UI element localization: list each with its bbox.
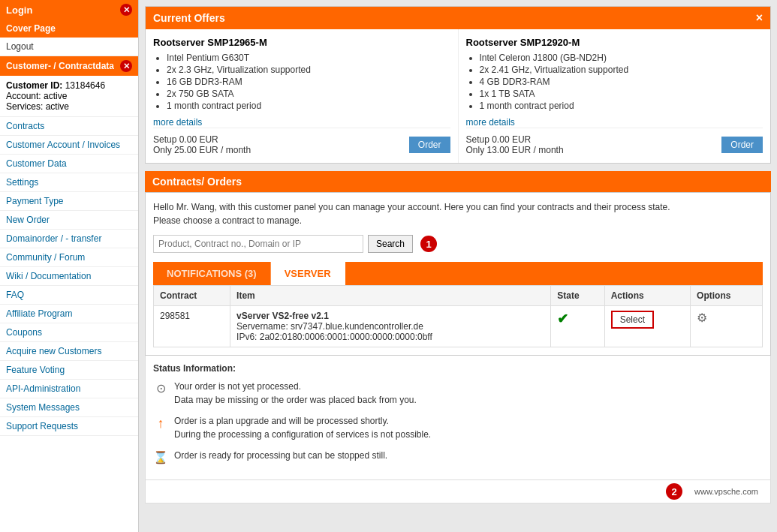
cell-item: vServer VS2-free v2.1 Servername: srv734… (230, 306, 551, 347)
sidebar-cover-page[interactable]: Cover Page (0, 20, 138, 38)
sidebar-login-title: Login (6, 5, 32, 16)
offer-2-feature-4: 1 month contract period (480, 101, 763, 111)
col-state: State (551, 286, 604, 306)
cell-options: ⚙ (691, 306, 763, 347)
status-text-0: Your order is not yet processed. Data ma… (174, 380, 417, 407)
cell-state: ✔ (551, 306, 604, 347)
hourglass-icon: ⌛ (153, 450, 168, 464)
offer-card-1: Rootserver SMP12965-M Intel Pentium G630… (146, 29, 459, 163)
offer-1-more-details-link[interactable]: more details (153, 117, 202, 128)
sidebar-item-system-messages[interactable]: System Messages (0, 398, 138, 417)
offer-2-footer: Setup 0.00 EUR Only 13.00 EUR / month Or… (466, 128, 763, 155)
sidebar-item-settings[interactable]: Settings (0, 173, 138, 192)
offer-1-price: Setup 0.00 EUR Only 25.00 EUR / month (153, 134, 251, 155)
cell-contract: 298581 (154, 306, 230, 347)
tabs-bar: NOTIFICATIONS (3) VSERVER (153, 262, 763, 285)
search-row: Search 1 (153, 235, 763, 253)
offer-1-feature-3: 2x 750 GB SATA (167, 89, 450, 99)
current-offers-title: Current Offers (153, 12, 225, 24)
offer-1-features: Intel Pentium G630T 2x 2.3 GHz, Virtuali… (153, 53, 450, 111)
main-content: Current Offers × Rootserver SMP12965-M I… (139, 0, 777, 532)
offer-2-more-details-link[interactable]: more details (466, 117, 515, 128)
options-gear-icon[interactable]: ⚙ (697, 311, 707, 324)
offer-2-feature-1: 2x 2.41 GHz, Virtualization supported (480, 65, 763, 75)
sidebar-item-support-requests[interactable]: Support Requests (0, 417, 138, 436)
offer-1-feature-2: 16 GB DDR3-RAM (167, 77, 450, 87)
offer-2-feature-3: 1x 1 TB SATA (480, 89, 763, 99)
search-button[interactable]: Search (368, 235, 413, 253)
tab-vserver[interactable]: VSERVER (271, 262, 345, 285)
offer-2-title: Rootserver SMP12920-M (466, 37, 763, 48)
col-item: Item (230, 286, 551, 306)
offer-1-footer: Setup 0.00 EUR Only 25.00 EUR / month Or… (153, 128, 450, 155)
sidebar-customer-info: Customer ID: 13184646 Account: active Se… (0, 76, 138, 117)
annotation-badge-2: 2 (666, 483, 682, 500)
offer-2-order-button[interactable]: Order (721, 137, 763, 153)
offer-1-feature-4: 1 month contract period (167, 101, 450, 111)
cell-actions: Select (604, 306, 690, 347)
table-row: 298581 vServer VS2-free v2.1 Servername:… (154, 306, 763, 347)
sidebar-login-header: Login ✕ (0, 0, 138, 20)
sidebar-customer-section-header: Customer- / Contractdata ✕ (0, 56, 138, 76)
sidebar-item-payment-type[interactable]: Payment Type (0, 192, 138, 211)
col-options: Options (691, 286, 763, 306)
sidebar: Login ✕ Cover Page Logout Customer- / Co… (0, 0, 139, 532)
offer-2-feature-2: 4 GB DDR3-RAM (480, 77, 763, 87)
offer-card-2: Rootserver SMP12920-M Intel Celeron J180… (459, 29, 771, 163)
contracts-orders-header: Contracts/ Orders (145, 171, 771, 192)
offer-1-feature-1: 2x 2.3 GHz, Virtualization supported (167, 65, 450, 75)
offer-1-title: Rootserver SMP12965-M (153, 37, 450, 48)
offer-2-price: Setup 0.00 EUR Only 13.00 EUR / month (466, 134, 564, 155)
sidebar-item-faq[interactable]: FAQ (0, 286, 138, 305)
tab-notifications[interactable]: NOTIFICATIONS (3) (153, 262, 271, 285)
sidebar-item-acquire-customers[interactable]: Acquire new Customers (0, 342, 138, 361)
sidebar-logout[interactable]: Logout (0, 38, 138, 56)
status-item-2: ⌛ Order is ready for processing but can … (153, 449, 763, 464)
sidebar-customer-close-icon[interactable]: ✕ (120, 60, 132, 72)
contracts-orders-panel: Contracts/ Orders Hello Mr. Wang, with t… (145, 171, 771, 503)
current-offers-close-icon[interactable]: × (756, 11, 763, 25)
sidebar-item-domain-order[interactable]: Domainorder / - transfer (0, 230, 138, 248)
contracts-body: Hello Mr. Wang, with this customer panel… (145, 192, 771, 356)
offers-grid: Rootserver SMP12965-M Intel Pentium G630… (146, 29, 770, 163)
status-item-1: ↑ Order is a plan upgrade and will be pr… (153, 414, 763, 441)
up-arrow-icon: ↑ (153, 416, 168, 431)
contracts-table: Contract Item State Actions Options 2985… (153, 285, 763, 347)
sidebar-item-affiliate-program[interactable]: Affiliate Program (0, 305, 138, 323)
sidebar-item-coupons[interactable]: Coupons (0, 323, 138, 342)
offer-1-feature-0: Intel Pentium G630T (167, 53, 450, 63)
offer-2-features: Intel Celeron J1800 (GB-ND2H) 2x 2.41 GH… (466, 53, 763, 111)
sidebar-item-customer-data[interactable]: Customer Data (0, 155, 138, 173)
sidebar-item-api-administration[interactable]: API-Administration (0, 380, 138, 398)
contracts-table-head: Contract Item State Actions Options (154, 286, 763, 306)
select-button[interactable]: Select (611, 311, 654, 329)
sidebar-login-close-icon[interactable]: ✕ (120, 4, 132, 16)
sidebar-item-contracts[interactable]: Contracts (0, 117, 138, 136)
sidebar-item-community-forum[interactable]: Community / Forum (0, 248, 138, 267)
search-input[interactable] (153, 235, 363, 253)
status-information: Status Information: ⊙ Your order is not … (145, 356, 771, 480)
state-checkmark: ✔ (557, 311, 568, 326)
sidebar-item-new-order[interactable]: New Order (0, 211, 138, 230)
sidebar-item-customer-account-invoices[interactable]: Customer Account / Invoices (0, 136, 138, 155)
status-item-0: ⊙ Your order is not yet processed. Data … (153, 380, 763, 407)
sidebar-item-wiki-documentation[interactable]: Wiki / Documentation (0, 267, 138, 286)
contracts-description: Hello Mr. Wang, with this customer panel… (153, 200, 763, 227)
col-contract: Contract (154, 286, 230, 306)
offer-2-feature-0: Intel Celeron J1800 (GB-ND2H) (480, 53, 763, 63)
offer-1-order-button[interactable]: Order (409, 137, 450, 153)
status-info-title: Status Information: (153, 363, 763, 374)
status-text-2: Order is ready for processing but can be… (174, 449, 387, 462)
current-offers-header: Current Offers × (146, 7, 770, 29)
status-text-1: Order is a plan upgrade and will be proc… (174, 414, 431, 441)
contracts-table-body: 298581 vServer VS2-free v2.1 Servername:… (154, 306, 763, 347)
sidebar-item-feature-voting[interactable]: Feature Voting (0, 361, 138, 380)
current-offers-panel: Current Offers × Rootserver SMP12965-M I… (145, 6, 771, 164)
watermark: www.vpsche.com (688, 484, 764, 499)
col-actions: Actions (604, 286, 690, 306)
clock-icon: ⊙ (153, 381, 168, 395)
annotation-badge-1: 1 (420, 236, 437, 252)
